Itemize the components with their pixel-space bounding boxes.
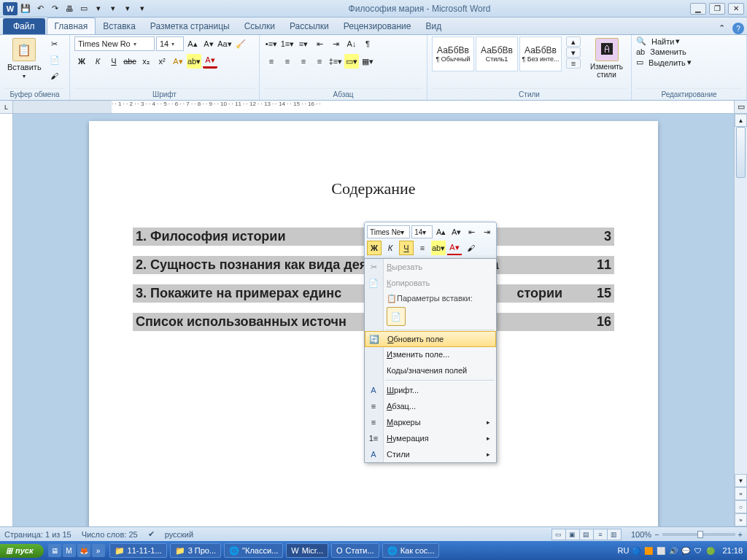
- change-case-icon[interactable]: Aa▾: [217, 36, 232, 51]
- ql-icon[interactable]: »: [92, 544, 105, 557]
- mt-shrink-icon[interactable]: A▾: [449, 225, 463, 239]
- cm-styles[interactable]: AСтили▸: [365, 446, 496, 462]
- borders-icon[interactable]: ▦▾: [360, 54, 375, 69]
- tray-icon[interactable]: 🔊: [668, 545, 678, 556]
- outdent-icon[interactable]: ⇤: [312, 36, 327, 51]
- help-icon[interactable]: ?: [732, 23, 744, 34]
- scroll-thumb[interactable]: [736, 127, 746, 178]
- qat-more-icon[interactable]: ▾: [136, 2, 149, 15]
- cm-numbering[interactable]: 1≡Нумерация▸: [365, 430, 496, 446]
- print-icon[interactable]: 🖶: [63, 2, 76, 15]
- cut-icon[interactable]: ✂: [47, 36, 62, 51]
- web-layout-icon[interactable]: ▤: [579, 529, 594, 540]
- cm-paragraph[interactable]: ≡Абзац...: [365, 398, 496, 414]
- tab-home[interactable]: Главная: [47, 18, 96, 34]
- paste-button[interactable]: 📋 Вставить ▾: [4, 36, 44, 81]
- tab-layout[interactable]: Разметка страницы: [143, 18, 237, 34]
- cm-paste-option[interactable]: 📄: [365, 305, 496, 328]
- print-layout-icon[interactable]: ▭: [551, 529, 566, 540]
- mt-size-combo[interactable]: 14 ▾: [411, 225, 433, 238]
- bold-button[interactable]: Ж: [74, 54, 89, 69]
- draft-icon[interactable]: ▥: [607, 529, 622, 540]
- minimize-ribbon-icon[interactable]: ⌃: [715, 21, 728, 34]
- zoom-in-button[interactable]: +: [738, 530, 743, 539]
- ql-icon[interactable]: 🦊: [77, 544, 90, 557]
- line-spacing-icon[interactable]: ‡≡▾: [328, 54, 343, 69]
- vertical-scrollbar[interactable]: ▲ ▼ « ○ »: [734, 114, 747, 526]
- minimize-button[interactable]: ▁: [690, 3, 706, 15]
- align-center-icon[interactable]: ≡: [280, 54, 295, 69]
- styles-up-icon[interactable]: ▴: [566, 36, 581, 47]
- task-button[interactable]: 🌐 Как сос...: [382, 543, 440, 558]
- mt-underline-button[interactable]: Ч: [399, 241, 414, 255]
- font-color-icon[interactable]: A▾: [203, 54, 217, 69]
- cm-cut[interactable]: ✂Вырезать: [365, 259, 496, 275]
- redo-icon[interactable]: ↷: [48, 2, 61, 15]
- change-styles-button[interactable]: 🅰 Изменить стили: [587, 36, 627, 80]
- cm-field-codes[interactable]: Коды/значения полей: [365, 362, 496, 378]
- style-1[interactable]: АаБбВвСтиль1: [476, 36, 518, 71]
- clear-format-icon[interactable]: 🧹: [233, 36, 248, 51]
- cm-copy[interactable]: 📄Копировать: [365, 275, 496, 291]
- task-button-active[interactable]: W Micr...: [286, 543, 328, 558]
- shading-icon[interactable]: ▭▾: [344, 54, 359, 69]
- mt-font-combo[interactable]: Times Ne ▾: [367, 225, 410, 238]
- task-button[interactable]: 📁 3 Про...: [170, 543, 221, 558]
- strike-icon[interactable]: abc: [123, 54, 137, 69]
- tab-references[interactable]: Ссылки: [237, 18, 282, 34]
- tray-icon[interactable]: 🛡: [693, 545, 703, 556]
- qat-icon3[interactable]: ▾: [121, 2, 134, 15]
- styles-down-icon[interactable]: ▾: [566, 47, 581, 58]
- tab-selector[interactable]: L: [0, 101, 13, 114]
- tray-icon[interactable]: 💬: [681, 545, 691, 556]
- mt-outdent-icon[interactable]: ⇤: [465, 225, 479, 239]
- mt-indent-icon[interactable]: ⇥: [480, 225, 494, 239]
- ruler-toggle-icon[interactable]: ▭: [734, 101, 747, 114]
- format-painter-icon[interactable]: 🖌: [47, 69, 62, 83]
- sort-icon[interactable]: A↓: [344, 36, 359, 51]
- tab-insert[interactable]: Вставка: [96, 18, 143, 34]
- undo-icon[interactable]: ↶: [34, 2, 47, 15]
- task-button[interactable]: 📁 11-11-1...: [109, 543, 167, 558]
- restore-button[interactable]: ❐: [709, 3, 725, 15]
- styles-gallery[interactable]: АаБбВв¶ Обычный АаБбВвСтиль1 АаБбВв¶ Без…: [432, 36, 562, 71]
- page-indicator[interactable]: Страница: 1 из 15: [4, 530, 71, 539]
- numbering-icon[interactable]: 1≡▾: [280, 36, 295, 51]
- full-screen-icon[interactable]: ▣: [565, 529, 580, 540]
- word-icon[interactable]: W: [3, 2, 18, 15]
- cm-font[interactable]: AШрифт...: [365, 382, 496, 398]
- superscript-icon[interactable]: x²: [155, 54, 169, 69]
- copy-icon[interactable]: 📄: [47, 52, 62, 67]
- next-page-icon[interactable]: »: [735, 513, 747, 526]
- multilevel-icon[interactable]: ≡▾: [296, 36, 311, 51]
- italic-button[interactable]: К: [90, 54, 105, 69]
- font-name-combo[interactable]: Times New Ro▾: [74, 36, 155, 51]
- ql-icon[interactable]: M: [63, 544, 76, 557]
- scroll-up-icon[interactable]: ▲: [735, 114, 747, 127]
- subscript-icon[interactable]: x₂: [139, 54, 153, 69]
- mt-italic-button[interactable]: К: [383, 241, 398, 255]
- cm-bullets[interactable]: ≡Маркеры▸: [365, 414, 496, 430]
- save-icon[interactable]: 💾: [19, 2, 32, 15]
- file-tab[interactable]: Файл: [3, 18, 45, 34]
- cm-edit-field[interactable]: Изменить поле...: [365, 346, 496, 362]
- prev-page-icon[interactable]: «: [735, 487, 747, 500]
- show-marks-icon[interactable]: ¶: [360, 36, 375, 51]
- mt-font-color-icon[interactable]: A▾: [447, 241, 462, 255]
- highlight-icon[interactable]: ab▾: [187, 54, 201, 69]
- zoom-slider[interactable]: [662, 533, 735, 536]
- mt-bold-button[interactable]: Ж: [367, 241, 382, 255]
- mt-grow-icon[interactable]: A▴: [434, 225, 448, 239]
- justify-icon[interactable]: ≡: [312, 54, 327, 69]
- browse-object-icon[interactable]: ○: [735, 500, 747, 513]
- qat-icon[interactable]: ▾: [92, 2, 105, 15]
- align-right-icon[interactable]: ≡: [296, 54, 311, 69]
- select-button[interactable]: ▭ Выделить ▾: [636, 58, 692, 67]
- text-effects-icon[interactable]: A▾: [171, 54, 185, 69]
- task-button[interactable]: O Стати...: [331, 543, 379, 558]
- bullets-icon[interactable]: •≡▾: [264, 36, 279, 51]
- tray-icon[interactable]: 🔵: [631, 545, 641, 556]
- mt-format-painter-icon[interactable]: 🖌: [463, 241, 478, 255]
- styles-more-icon[interactable]: ≡: [566, 58, 581, 69]
- vertical-ruler[interactable]: [0, 114, 13, 526]
